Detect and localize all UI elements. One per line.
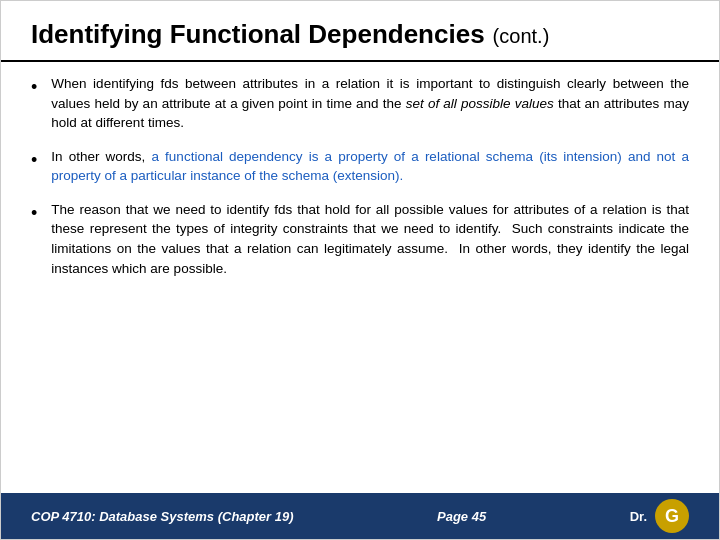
bullet-item-2: • In other words, a functional dependenc… — [31, 147, 689, 186]
footer-page: Page 45 — [437, 509, 486, 524]
bullet-dot-2: • — [31, 148, 37, 173]
footer-right: Dr. G — [630, 499, 689, 533]
bullet-dot-3: • — [31, 201, 37, 226]
bullet-item-3: • The reason that we need to identify fd… — [31, 200, 689, 278]
bullet-text-2: In other words, a functional dependency … — [51, 147, 689, 186]
bullet-text-1: When identifying fds between attributes … — [51, 74, 689, 133]
bullet-dot-1: • — [31, 75, 37, 100]
italic-phrase-1: set of all possible values — [406, 96, 554, 111]
footer-dr: Dr. — [630, 509, 647, 524]
title-main: Identifying Functional Dependencies — [31, 19, 485, 50]
bullet-text-3: The reason that we need to identify fds … — [51, 200, 689, 278]
bullet-item-1: • When identifying fds between attribute… — [31, 74, 689, 133]
footer-course: COP 4710: Database Systems (Chapter 19) — [31, 509, 294, 524]
slide-footer: COP 4710: Database Systems (Chapter 19) … — [1, 493, 719, 539]
slide-title: Identifying Functional Dependencies (con… — [31, 19, 689, 50]
logo-icon: G — [655, 499, 689, 533]
title-cont: (cont.) — [493, 25, 550, 48]
slide-content: • When identifying fds between attribute… — [1, 62, 719, 493]
slide: Identifying Functional Dependencies (con… — [0, 0, 720, 540]
slide-header: Identifying Functional Dependencies (con… — [1, 1, 719, 62]
blue-text-2: a functional dependency is a property of… — [51, 149, 689, 184]
